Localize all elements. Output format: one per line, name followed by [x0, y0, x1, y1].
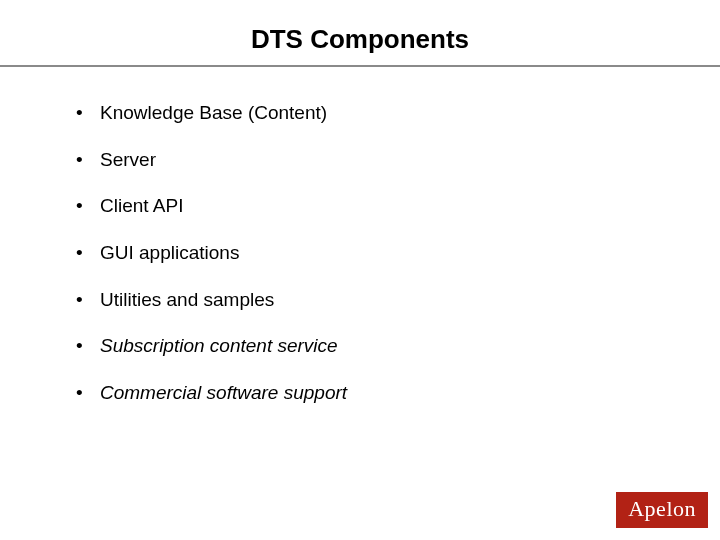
list-item: GUI applications	[72, 241, 660, 266]
list-item-text: Server	[100, 149, 156, 170]
list-item: Utilities and samples	[72, 288, 660, 313]
logo: Apelon	[616, 492, 708, 528]
list-item: Server	[72, 148, 660, 173]
list-item-text: Client API	[100, 195, 183, 216]
list-item: Commercial software support	[72, 381, 660, 406]
list-item: Subscription content service	[72, 334, 660, 359]
list-item-text: Subscription content service	[100, 335, 338, 356]
list-item-text: Knowledge Base (Content)	[100, 102, 327, 123]
list-item-text: GUI applications	[100, 242, 239, 263]
content-area: Knowledge Base (Content) Server Client A…	[0, 67, 720, 406]
slide-title: DTS Components	[0, 0, 720, 65]
bullet-list: Knowledge Base (Content) Server Client A…	[72, 101, 660, 406]
list-item: Client API	[72, 194, 660, 219]
list-item-text: Utilities and samples	[100, 289, 274, 310]
list-item: Knowledge Base (Content)	[72, 101, 660, 126]
list-item-text: Commercial software support	[100, 382, 347, 403]
